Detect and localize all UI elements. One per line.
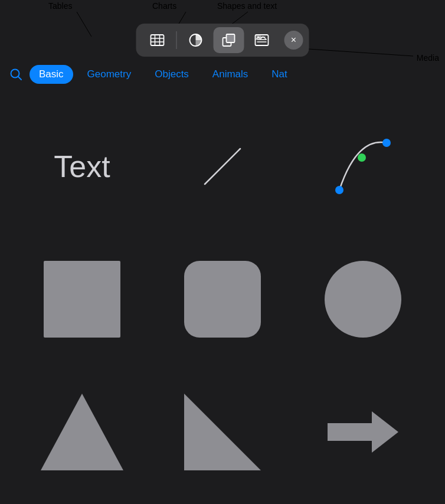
text-shape-label: Text [54,149,110,184]
tab-nature[interactable]: Nat [262,65,296,84]
label-charts: Charts [152,1,176,11]
curve-point-mid [358,153,366,162]
triangle-shape [41,394,123,470]
shape-circle[interactable] [316,252,410,346]
toolbar: × [136,24,309,57]
label-shapes-text: Shapes and text [217,1,277,11]
search-button[interactable] [9,68,22,81]
svg-rect-4 [151,35,164,45]
close-button[interactable]: × [284,31,303,50]
shape-right-triangle[interactable] [175,385,270,479]
toolbar-charts-button[interactable] [181,27,211,53]
shape-rounded-rect[interactable] [175,252,270,346]
shape-rectangle[interactable] [35,252,129,346]
tables-icon [149,32,166,48]
label-tables: Tables [48,1,72,11]
tab-basic[interactable]: Basic [30,65,73,84]
shapes-icon [221,32,237,48]
shape-arrow[interactable] [316,385,410,479]
close-icon: × [291,35,296,45]
line-icon [205,149,240,184]
shape-triangle[interactable] [35,385,129,479]
category-tabs: Basic Geometry Objects Animals Nat [0,65,445,84]
svg-rect-11 [227,34,235,42]
search-icon [9,68,22,81]
tab-geometry[interactable]: Geometry [78,65,141,84]
shape-text[interactable]: Text [35,119,129,214]
arrow-shape-path [328,411,398,453]
svg-line-17 [18,77,22,80]
toolbar-media-button[interactable] [247,27,277,53]
tab-animals[interactable]: Animals [203,65,257,84]
curve-point-end [382,139,391,147]
curve-path [339,142,387,190]
rectangle-shape [44,261,120,338]
toolbar-tables-button[interactable] [142,27,173,53]
shape-curve[interactable] [316,119,410,214]
shapes-grid: Text [0,94,445,504]
curve-point-start [335,186,343,194]
toolbar-divider [176,31,177,49]
shape-line[interactable] [175,119,270,214]
right-triangle-shape [184,394,261,470]
tab-objects[interactable]: Objects [145,65,198,84]
toolbar-shapes-button[interactable] [214,27,244,53]
charts-icon [188,32,204,48]
media-icon [254,32,270,48]
label-media: Media [417,53,439,63]
circle-shape [325,261,401,338]
rounded-rectangle-shape [184,261,261,338]
